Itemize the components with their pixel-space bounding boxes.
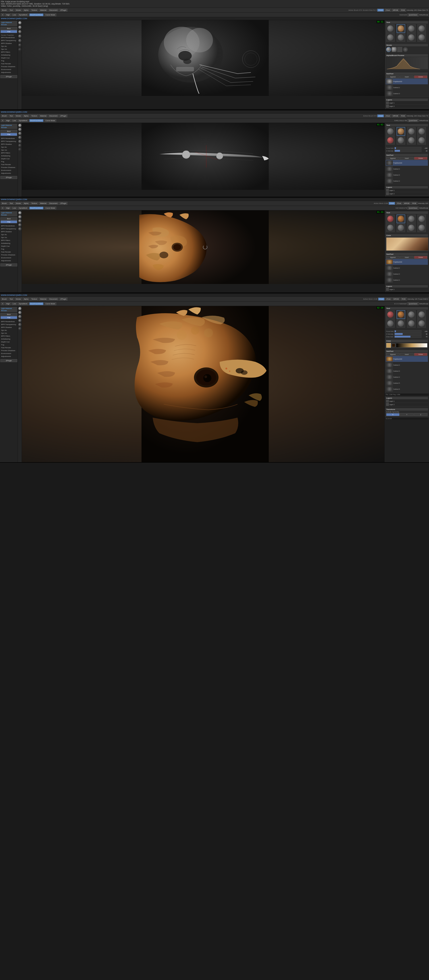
b2-7[interactable] — [407, 136, 416, 145]
bpr-renderlines[interactable]: BPR Renderlines — [0, 36, 17, 39]
material-menu-2[interactable]: Material — [39, 115, 47, 117]
stroke-menu-2[interactable]: Stroke — [15, 115, 22, 117]
low-poly-btn[interactable]: Low — [11, 13, 17, 16]
adjustments[interactable]: Adjustments — [0, 71, 17, 74]
texture-menu[interactable]: Texture — [30, 9, 38, 11]
high-4[interactable]: High — [5, 302, 11, 305]
brush-item-7[interactable] — [407, 33, 416, 42]
append-3[interactable]: Append — [386, 256, 400, 259]
sym-x-3[interactable]: X — [1, 207, 4, 210]
material-menu-3[interactable]: Material — [39, 202, 47, 205]
tool-menu-4[interactable]: Tool — [8, 298, 14, 301]
quicksave-3[interactable]: QuickSave — [408, 207, 418, 210]
st3-2[interactable]: Subtool 2 — [386, 265, 428, 271]
quicksave-2[interactable]: QuickSave — [408, 119, 418, 122]
zplugin-side-4[interactable]: ZPlugin — [0, 359, 17, 362]
zsub-btn-2[interactable]: ZSub — [384, 115, 391, 117]
best-btn-2[interactable]: Best — [0, 130, 17, 133]
bpr-tr-3[interactable]: BPR Transparency — [0, 228, 17, 230]
spc-ao[interactable]: Spc Ao — [0, 45, 17, 48]
zsub-btn[interactable]: ZSub — [384, 9, 391, 11]
subtool-2[interactable]: Subtool 2 — [386, 84, 428, 91]
bs2-5[interactable] — [18, 140, 21, 143]
viewport-4[interactable]: 02:24:04 — [18, 306, 384, 462]
st4-6[interactable]: Subtool 6 — [386, 386, 428, 392]
curve-mode-btn[interactable]: Curve Mode — [44, 13, 56, 16]
document-menu-2[interactable]: Document — [48, 115, 59, 117]
low-4[interactable]: Low — [11, 302, 17, 305]
layer-item-2[interactable]: Layer 2 — [386, 105, 428, 108]
best-btn-3[interactable]: Best — [0, 217, 17, 220]
brush-icon-4[interactable] — [18, 35, 21, 38]
curve-2[interactable]: Curve Mode — [44, 119, 56, 122]
bs2-6[interactable] — [18, 144, 21, 147]
alpha-menu-2[interactable]: Alpha — [23, 115, 29, 117]
st2-4[interactable]: Subtool 4 — [386, 178, 428, 184]
prev-shadows-2[interactable]: Preview Shadows — [0, 166, 17, 169]
fast-render-4[interactable]: Fast Render — [0, 346, 17, 349]
tool-menu-2[interactable]: Tool — [8, 115, 14, 117]
b3-7[interactable] — [407, 224, 416, 232]
b2-4[interactable] — [418, 127, 426, 136]
st2-1[interactable]: PolyMesh3D — [386, 160, 428, 166]
quicksave-4[interactable]: QuickSave — [408, 302, 418, 305]
bpr-rl-3[interactable]: BPR Renderlines — [0, 224, 17, 228]
subtool-3[interactable]: Subtool 3 — [386, 91, 428, 97]
insert-4[interactable]: Insert — [400, 353, 413, 356]
preview-shadows[interactable]: Preview Shadows — [0, 65, 17, 68]
spc-ics[interactable]: Spc Ics — [0, 48, 17, 51]
bpr-tr-2[interactable]: BPR Transparency — [0, 140, 17, 143]
brush-icon-2[interactable] — [18, 25, 21, 29]
environment-2[interactable]: Environment — [0, 169, 17, 172]
st4-1[interactable]: PolyMesh3D — [386, 356, 428, 362]
texture-menu-4[interactable]: Texture — [30, 298, 38, 301]
viewport-2[interactable]: 01:02:25 — [18, 123, 384, 197]
b2-2[interactable] — [397, 127, 405, 136]
layer-item-1[interactable]: Layer 1 — [386, 101, 428, 105]
zadd-btn-2[interactable]: ZAdd — [377, 115, 384, 117]
insert-3[interactable]: Insert — [400, 256, 413, 259]
bs4-4[interactable] — [18, 319, 21, 322]
sym-x-btn-4[interactable]: X — [386, 413, 400, 416]
zadd-btn-3[interactable]: ZAdd — [389, 202, 395, 205]
prev-shadows-4[interactable]: Preview Shadows — [0, 349, 17, 352]
b4-3[interactable] — [407, 310, 416, 319]
sym-z-btn-4[interactable]: Z — [414, 413, 427, 416]
adjustments-3[interactable]: Adjustments — [0, 259, 17, 262]
spc-ics-2[interactable]: Spc Ics — [0, 149, 17, 151]
brush-item-6[interactable] — [397, 33, 405, 42]
bs3-1[interactable] — [18, 211, 21, 215]
high-poly-btn[interactable]: High — [5, 13, 11, 16]
brush-icon-1[interactable] — [18, 21, 21, 24]
flat-btn-4[interactable]: Flat — [0, 316, 17, 319]
b4-2[interactable] — [397, 310, 405, 319]
append-btn[interactable]: Append — [386, 75, 400, 78]
bs4-1[interactable] — [18, 307, 21, 310]
light-mode-2[interactable]: Light Material Render — [0, 124, 17, 129]
stroke-menu[interactable]: Stroke — [15, 9, 22, 11]
zplugin-menu-2[interactable]: ZPlugin — [59, 115, 67, 117]
brush-item-8[interactable] — [418, 33, 426, 42]
b4-1[interactable] — [386, 310, 395, 319]
fog-2[interactable]: Fog — [0, 160, 17, 163]
high-2[interactable]: High — [5, 119, 11, 122]
document-menu[interactable]: Document — [48, 9, 59, 11]
canvas-4[interactable]: 02:24:04 — [22, 306, 384, 462]
zplugin-menu-4[interactable]: ZPlugin — [59, 298, 67, 301]
environment-4[interactable]: Environment — [0, 352, 17, 355]
sym-x-4[interactable]: X — [1, 302, 4, 305]
stroke-spray[interactable] — [403, 47, 408, 52]
viewport-3[interactable]: 01:33:40 — [18, 210, 384, 293]
delete-4[interactable]: Delete — [414, 353, 427, 356]
antialias-2[interactable]: Antialiasing — [0, 154, 17, 157]
draw-size-slider-4[interactable] — [394, 336, 421, 338]
curve-4[interactable]: Curve Mode — [44, 302, 56, 305]
flat-btn-3[interactable]: Flat — [0, 220, 17, 223]
backface-btn[interactable]: BackFaceMask — [29, 13, 44, 16]
b2-8[interactable] — [418, 136, 426, 145]
spc-ao-3[interactable]: Spc Ao — [0, 233, 17, 236]
st3-3[interactable]: Subtool 3 — [386, 271, 428, 277]
brush-item-3[interactable] — [407, 24, 416, 33]
dynamesh-4[interactable]: DynaMesh — [18, 302, 28, 305]
b3-2[interactable] — [397, 215, 405, 223]
